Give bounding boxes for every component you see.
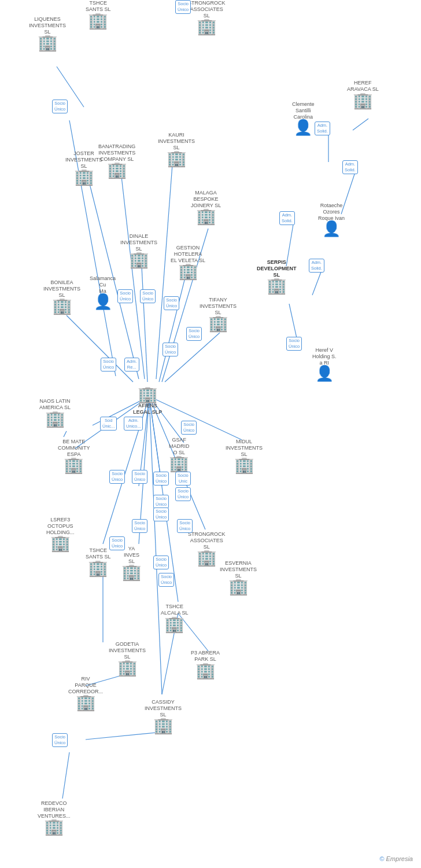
node-joster: JOSTERINVESTMENTSSL 🏢 — [65, 150, 102, 185]
building-icon-afiens: 🏢 — [138, 387, 158, 403]
building-icon-joster: 🏢 — [74, 169, 94, 185]
node-godetia: GODETIAINVESTMENTSSL 🏢 — [109, 641, 146, 676]
building-icon-tshce-sants2: 🏢 — [88, 560, 108, 576]
node-cassidy: CASSIDYINVESTMENTSSL 🏢 — [145, 699, 182, 734]
building-icon-godetia: 🏢 — [117, 660, 138, 676]
node-naos: NAOS LATINAMERICA SL 🏢 — [39, 398, 71, 427]
building-icon-midul: 🏢 — [234, 457, 254, 473]
badge-socio-unico-6: SocioÚnico — [163, 343, 178, 356]
building-icon-strongrock: 🏢 — [197, 19, 217, 35]
building-icon-cassidy: 🏢 — [153, 718, 173, 734]
building-icon-naos: 🏢 — [45, 411, 65, 427]
badge-socio-unico-14: SocioÚnico — [153, 507, 169, 521]
node-bonilea: BONILEAINVESTMENTSSL 🏢 — [43, 279, 80, 314]
building-icon-dinale: 🏢 — [129, 252, 149, 268]
node-malaga: MALAGABESPOKEJOINERY SL 🏢 — [191, 190, 221, 225]
svg-line-23 — [159, 278, 185, 382]
badge-socio-unico-12b: SocioÚnico — [175, 487, 191, 501]
badge-socio-unico-2: SocioÚnico — [117, 289, 133, 303]
badge-socio-unico-4: SocioÚnico — [164, 296, 179, 310]
node-gestion: GESTIONHOTELERAEL VELETA SL 🏢 — [171, 245, 205, 279]
node-rotaeche: RotaecheOzoresRoque Ivan 👤 — [318, 203, 345, 236]
badge-sod-unic: SodÚnic... — [100, 417, 117, 431]
node-strongrock: STRONGROCKASSOCIATESSL 🏢 — [188, 0, 226, 35]
building-icon-gsaf: 🏢 — [169, 455, 189, 472]
building-icon-serpis: 🏢 — [267, 278, 287, 294]
badge-adm-solid-1: Adm.Solid. — [315, 122, 330, 135]
badge-adm-unico: Adm.Unico... — [124, 417, 143, 431]
building-icon-malaga: 🏢 — [196, 208, 216, 225]
node-midul: MIDULINVESTMENTSSL 🏢 — [226, 439, 263, 473]
node-liquenes: LIQUENESINVESTMENTSSL 🏢 — [29, 16, 66, 51]
badge-socio-unico-19: SocioÚnico — [158, 573, 174, 587]
badge-socio-unico-10: SocioÚnico — [153, 472, 169, 486]
building-icon-tshce-sants: 🏢 — [88, 13, 108, 29]
svg-line-26 — [67, 315, 133, 382]
building-icon-tshce-alcala: 🏢 — [164, 616, 184, 632]
svg-line-27 — [64, 431, 67, 437]
badge-adm-solid-2: Adm.Solid. — [342, 160, 358, 174]
svg-line-20 — [121, 176, 145, 379]
badge-socio-unico-18: SocioÚnico — [153, 556, 169, 569]
node-tifany: TIFANYINVESTMENTSSL 🏢 — [200, 297, 237, 332]
node-heref-aravaca: HEREFARAVACA SL 🏢 — [347, 80, 379, 109]
node-clemente: ClementeSantilliCarolina 👤 — [292, 101, 315, 135]
building-icon-strongrock2: 🏢 — [197, 550, 217, 566]
badge-socio-unico-7: SocioÚnico — [101, 358, 116, 372]
node-p3-abrera: P3 ABRERAPARK SL 🏢 — [191, 650, 220, 679]
building-icon-esvernia: 🏢 — [228, 579, 249, 595]
badge-adm-solid-4: Adm.Solid. — [309, 259, 324, 273]
building-icon-riv-parque: 🏢 — [76, 694, 96, 711]
badge-socio-unico-5: SocioÚnico — [186, 327, 202, 341]
node-kauri: KAURIINVESTMENTSSL 🏢 — [158, 132, 195, 167]
building-icon-gestion: 🏢 — [178, 263, 198, 279]
svg-line-6 — [312, 269, 322, 295]
badge-socio-unic-11: SocioUnic — [175, 472, 191, 486]
building-icon-ya-inves: 🏢 — [121, 564, 142, 580]
badge-socio-unico-heref: SocioÚnico — [286, 337, 302, 351]
badge-socio-unico-cassidy: SocioÚnico — [52, 733, 68, 747]
svg-line-22 — [142, 266, 147, 382]
node-ya-inves: YAINVESSL 🏢 — [121, 546, 142, 580]
node-afiens: 🏢 AFIENSLEGAL SLP — [133, 387, 162, 415]
svg-line-32 — [62, 752, 69, 799]
node-tshce-sants: TSHCESANTS SL 🏢 — [86, 0, 111, 29]
badge-socio-unico-3: SocioÚnico — [140, 289, 156, 303]
building-icon-lsref3: 🏢 — [50, 535, 71, 551]
node-banatrading: BANATRADINGINVESTMENTSCOMPANY SL 🏢 — [98, 144, 135, 178]
building-icon-kauri: 🏢 — [167, 150, 187, 167]
building-icon-heref-aravaca: 🏢 — [353, 93, 373, 109]
person-icon-clemente: 👤 — [294, 120, 312, 135]
badge-socio-unico-1: SocioÚnico — [52, 100, 68, 113]
badge-adm-re: Adm.Re... — [124, 358, 139, 372]
badge-socio-unico-16: SocioÚnico — [109, 536, 125, 550]
badge-socio-unico-naos: SocioÚnico — [181, 421, 197, 435]
svg-line-18 — [149, 396, 162, 694]
building-icon-bonilea: 🏢 — [52, 298, 72, 314]
node-redevco: REDEVCOIBERIANVENTURES... 🏢 — [38, 800, 71, 835]
person-icon-salamanca: 👤 — [94, 294, 112, 309]
badge-socio-unico-13: SocioÚnico — [153, 495, 169, 509]
building-icon-banatrading: 🏢 — [107, 162, 127, 178]
building-icon-redevco: 🏢 — [44, 819, 64, 835]
building-icon-tifany: 🏢 — [208, 315, 228, 332]
node-riv-parque: RIVPARQUECORREDOR... 🏢 — [68, 676, 103, 711]
node-esvernia: ESVERNIAINVESTMENTSSL 🏢 — [220, 560, 257, 595]
node-heref-v: Heref VHolding S.a RI 👤 — [312, 347, 337, 381]
node-lsref3: LSREF3OCTOPUSHOLDING... 🏢 — [46, 517, 75, 551]
badge-socio-unico-9: SocioÚnico — [132, 470, 147, 484]
node-salamanca: SalamancaCuMa 👤 — [90, 275, 116, 309]
node-tshce-alcala: TSHCEALCALA SL 🏢 — [161, 604, 189, 632]
building-icon-liquenes: 🏢 — [38, 35, 58, 51]
node-be-mate: BE MATECOMMUNITYESPA 🏢 — [58, 439, 90, 473]
badge-socio-unico-8: SocioÚnico — [109, 470, 125, 484]
node-dinale: DINALEINVESTMENTSSL 🏢 — [120, 233, 157, 268]
watermark: © Empresia — [379, 855, 413, 862]
person-icon-heref-v: 👤 — [315, 366, 334, 381]
building-icon-p3-abrera: 🏢 — [195, 663, 216, 679]
badge-socio-unico-12: SocioÚnico — [175, 0, 191, 14]
person-icon-rotaeche: 👤 — [322, 221, 341, 236]
svg-line-2 — [353, 119, 368, 130]
node-serpis: SERPISDEVELOPMENTSL 🏢 — [257, 259, 297, 294]
badge-adm-solid-3: Adm.Solid. — [279, 211, 295, 225]
